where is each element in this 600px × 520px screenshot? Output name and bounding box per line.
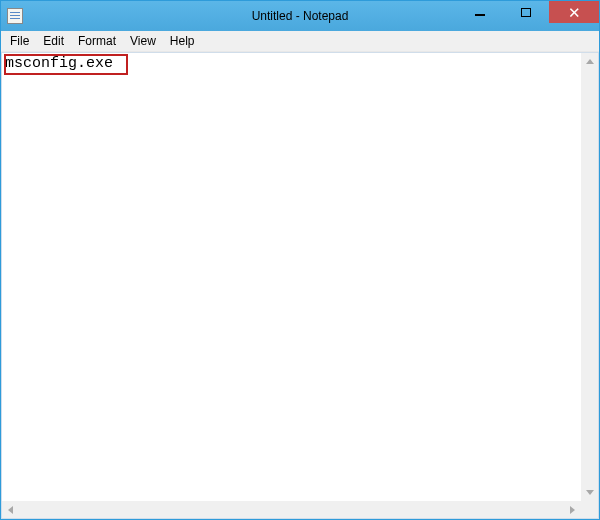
menubar: File Edit Format View Help [1,31,599,52]
window-title: Untitled - Notepad [252,9,349,23]
menu-edit[interactable]: Edit [36,32,71,50]
close-button[interactable]: ✕ [549,1,599,23]
horizontal-scrollbar[interactable] [2,501,581,518]
horizontal-scroll-track[interactable] [19,501,564,518]
scroll-down-button[interactable] [581,484,598,501]
maximize-button[interactable] [503,1,549,23]
window-controls: ✕ [457,1,599,31]
scroll-left-button[interactable] [2,501,19,518]
minimize-icon [475,14,485,16]
scroll-right-button[interactable] [564,501,581,518]
titlebar[interactable]: Untitled - Notepad ✕ [1,1,599,31]
minimize-button[interactable] [457,1,503,23]
menu-help[interactable]: Help [163,32,202,50]
vertical-scrollbar[interactable] [581,53,598,501]
client-area: msconfig.exe [1,52,599,519]
notepad-window: Untitled - Notepad ✕ File Edit Format Vi… [0,0,600,520]
menu-view[interactable]: View [123,32,163,50]
maximize-icon [521,8,531,17]
scrollbar-corner [581,501,598,518]
vertical-scroll-track[interactable] [581,70,598,484]
notepad-app-icon [7,8,23,24]
scroll-up-button[interactable] [581,53,598,70]
menu-file[interactable]: File [3,32,36,50]
close-icon: ✕ [568,5,581,20]
text-editor[interactable]: msconfig.exe [2,53,581,501]
menu-format[interactable]: Format [71,32,123,50]
